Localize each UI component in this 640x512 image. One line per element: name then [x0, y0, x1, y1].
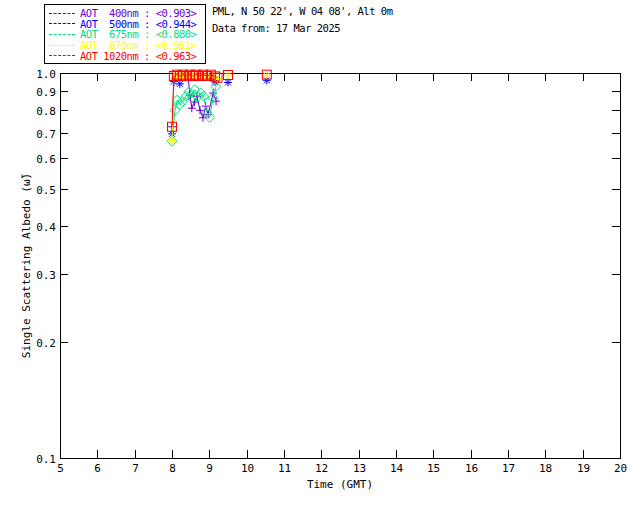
axes: 5678910111213141516171819201.00.90.80.70…	[20, 68, 627, 492]
x-tick-label: 11	[278, 462, 291, 475]
y-axis-title: Single Scattering Albedo (ω̃)	[20, 173, 33, 358]
x-tick-label: 15	[427, 462, 440, 475]
y-tick-label: 0.1	[36, 453, 56, 466]
x-tick-label: 10	[241, 462, 254, 475]
x-tick-label: 20	[614, 462, 627, 475]
y-tick-label: 0.8	[36, 105, 56, 118]
x-tick-label: 13	[353, 462, 366, 475]
y-tick-label: 1.0	[36, 68, 56, 81]
y-tick-label: 0.4	[36, 221, 56, 234]
y-tick-label: 0.7	[36, 128, 56, 141]
x-tick-label: 19	[577, 462, 590, 475]
plot-frame	[60, 73, 620, 458]
y-tick-label: 0.3	[36, 269, 56, 282]
x-tick-label: 9	[206, 462, 213, 475]
y-tick-label: 0.9	[36, 86, 56, 99]
x-tick-label: 7	[132, 462, 139, 475]
x-tick-label: 6	[94, 462, 101, 475]
y-tick-label: 0.2	[36, 337, 56, 350]
x-axis-title: Time (GMT)	[307, 478, 373, 491]
x-tick-label: 14	[390, 462, 404, 475]
x-tick-label: 8	[169, 462, 176, 475]
x-tick-label: 5	[57, 462, 64, 475]
screenshot-root: AOT 400nm : <0.903> AOT 500nm : <0.944> …	[0, 0, 640, 512]
x-tick-label: 18	[539, 462, 552, 475]
series-500nm	[168, 76, 271, 137]
x-tick-label: 17	[502, 462, 515, 475]
y-tick-label: 0.6	[36, 153, 56, 166]
x-tick-label: 16	[465, 462, 478, 475]
ssa-time-series-chart: 5678910111213141516171819201.00.90.80.70…	[0, 0, 640, 512]
x-tick-label: 12	[315, 462, 328, 475]
y-tick-label: 0.5	[36, 184, 56, 197]
